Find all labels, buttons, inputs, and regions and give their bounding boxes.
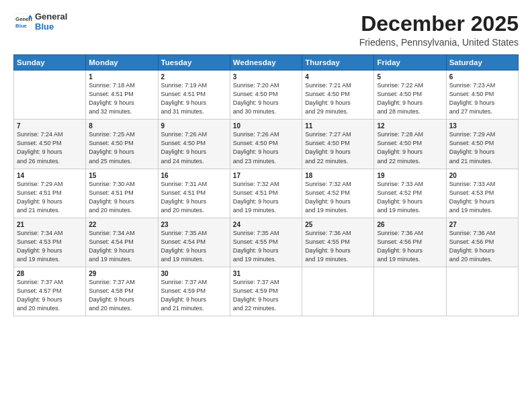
calendar-day-cell: 25Sunrise: 7:36 AMSunset: 4:55 PMDayligh… xyxy=(302,218,374,267)
day-info: Sunrise: 7:35 AMSunset: 4:54 PMDaylight:… xyxy=(161,229,227,264)
day-info: Sunrise: 7:19 AMSunset: 4:51 PMDaylight:… xyxy=(161,81,227,116)
day-number: 13 xyxy=(449,122,515,130)
calendar-day-cell: 10Sunrise: 7:26 AMSunset: 4:50 PMDayligh… xyxy=(230,120,302,169)
calendar-table: SundayMondayTuesdayWednesdayThursdayFrid… xyxy=(13,54,519,316)
day-info: Sunrise: 7:33 AMSunset: 4:52 PMDaylight:… xyxy=(377,180,443,215)
calendar-day-cell: 21Sunrise: 7:34 AMSunset: 4:53 PMDayligh… xyxy=(14,218,86,267)
weekday-header-cell: Tuesday xyxy=(158,55,230,71)
weekday-header-cell: Thursday xyxy=(302,55,374,71)
day-number: 10 xyxy=(233,122,299,130)
calendar-day-cell xyxy=(374,267,446,316)
day-info: Sunrise: 7:36 AMSunset: 4:56 PMDaylight:… xyxy=(449,229,515,264)
calendar-week-row: 7Sunrise: 7:24 AMSunset: 4:50 PMDaylight… xyxy=(14,120,519,169)
calendar-day-cell: 4Sunrise: 7:21 AMSunset: 4:50 PMDaylight… xyxy=(302,71,374,120)
day-number: 8 xyxy=(89,122,154,130)
day-number: 30 xyxy=(161,270,227,277)
calendar-day-cell: 14Sunrise: 7:29 AMSunset: 4:51 PMDayligh… xyxy=(14,169,86,218)
day-number: 16 xyxy=(161,172,227,179)
day-number: 6 xyxy=(449,73,515,81)
calendar-day-cell: 20Sunrise: 7:33 AMSunset: 4:53 PMDayligh… xyxy=(446,169,518,218)
day-info: Sunrise: 7:29 AMSunset: 4:50 PMDaylight:… xyxy=(449,130,515,165)
day-info: Sunrise: 7:29 AMSunset: 4:51 PMDaylight:… xyxy=(17,180,83,215)
calendar-day-cell: 16Sunrise: 7:31 AMSunset: 4:51 PMDayligh… xyxy=(158,169,230,218)
day-number: 26 xyxy=(377,221,443,228)
day-info: Sunrise: 7:26 AMSunset: 4:50 PMDaylight:… xyxy=(161,130,227,165)
weekday-header-cell: Friday xyxy=(374,55,446,71)
title-block: December 2025 Friedens, Pennsylvania, Un… xyxy=(359,12,519,48)
calendar-day-cell xyxy=(446,267,518,316)
day-number: 23 xyxy=(161,221,227,228)
calendar-day-cell: 2Sunrise: 7:19 AMSunset: 4:51 PMDaylight… xyxy=(158,71,230,120)
day-number: 7 xyxy=(17,122,83,130)
calendar-title: December 2025 xyxy=(359,12,519,36)
day-number: 15 xyxy=(89,172,154,179)
calendar-day-cell: 12Sunrise: 7:28 AMSunset: 4:50 PMDayligh… xyxy=(374,120,446,169)
calendar-day-cell: 9Sunrise: 7:26 AMSunset: 4:50 PMDaylight… xyxy=(158,120,230,169)
calendar-day-cell: 19Sunrise: 7:33 AMSunset: 4:52 PMDayligh… xyxy=(374,169,446,218)
calendar-day-cell: 6Sunrise: 7:23 AMSunset: 4:50 PMDaylight… xyxy=(446,71,518,120)
day-info: Sunrise: 7:18 AMSunset: 4:51 PMDaylight:… xyxy=(89,81,154,116)
day-info: Sunrise: 7:35 AMSunset: 4:55 PMDaylight:… xyxy=(233,229,299,264)
calendar-day-cell: 23Sunrise: 7:35 AMSunset: 4:54 PMDayligh… xyxy=(158,218,230,267)
calendar-day-cell xyxy=(302,267,374,316)
calendar-day-cell: 30Sunrise: 7:37 AMSunset: 4:59 PMDayligh… xyxy=(158,267,230,316)
day-number: 31 xyxy=(233,270,299,277)
day-info: Sunrise: 7:37 AMSunset: 4:57 PMDaylight:… xyxy=(17,278,83,313)
calendar-day-cell: 27Sunrise: 7:36 AMSunset: 4:56 PMDayligh… xyxy=(446,218,518,267)
day-info: Sunrise: 7:24 AMSunset: 4:50 PMDaylight:… xyxy=(17,130,83,165)
calendar-subtitle: Friedens, Pennsylvania, United States xyxy=(359,37,519,48)
weekday-header-cell: Saturday xyxy=(446,55,518,71)
day-info: Sunrise: 7:26 AMSunset: 4:50 PMDaylight:… xyxy=(233,130,299,165)
day-info: Sunrise: 7:34 AMSunset: 4:53 PMDaylight:… xyxy=(17,229,83,264)
weekday-header-cell: Wednesday xyxy=(230,55,302,71)
day-info: Sunrise: 7:28 AMSunset: 4:50 PMDaylight:… xyxy=(377,130,443,165)
calendar-week-row: 14Sunrise: 7:29 AMSunset: 4:51 PMDayligh… xyxy=(14,169,519,218)
calendar-day-cell: 15Sunrise: 7:30 AMSunset: 4:51 PMDayligh… xyxy=(86,169,158,218)
day-info: Sunrise: 7:37 AMSunset: 4:59 PMDaylight:… xyxy=(233,278,299,313)
svg-text:Blue: Blue xyxy=(15,23,28,29)
day-number: 2 xyxy=(161,73,227,81)
calendar-week-row: 1Sunrise: 7:18 AMSunset: 4:51 PMDaylight… xyxy=(14,71,519,120)
day-number: 1 xyxy=(89,73,154,81)
calendar-day-cell: 8Sunrise: 7:25 AMSunset: 4:50 PMDaylight… xyxy=(86,120,158,169)
day-number: 19 xyxy=(377,172,443,179)
day-info: Sunrise: 7:22 AMSunset: 4:50 PMDaylight:… xyxy=(377,81,443,116)
day-info: Sunrise: 7:21 AMSunset: 4:50 PMDaylight:… xyxy=(305,81,371,116)
day-info: Sunrise: 7:36 AMSunset: 4:56 PMDaylight:… xyxy=(377,229,443,264)
day-number: 22 xyxy=(89,221,154,228)
calendar-day-cell: 18Sunrise: 7:32 AMSunset: 4:52 PMDayligh… xyxy=(302,169,374,218)
calendar-day-cell: 7Sunrise: 7:24 AMSunset: 4:50 PMDaylight… xyxy=(14,120,86,169)
day-number: 20 xyxy=(449,172,515,179)
day-number: 24 xyxy=(233,221,299,228)
logo-icon: General Blue xyxy=(13,13,32,32)
day-number: 18 xyxy=(305,172,371,179)
calendar-day-cell: 17Sunrise: 7:32 AMSunset: 4:51 PMDayligh… xyxy=(230,169,302,218)
calendar-day-cell: 24Sunrise: 7:35 AMSunset: 4:55 PMDayligh… xyxy=(230,218,302,267)
calendar-day-cell: 29Sunrise: 7:37 AMSunset: 4:58 PMDayligh… xyxy=(86,267,158,316)
calendar-day-cell xyxy=(14,71,86,120)
day-number: 17 xyxy=(233,172,299,179)
day-info: Sunrise: 7:27 AMSunset: 4:50 PMDaylight:… xyxy=(305,130,371,165)
day-info: Sunrise: 7:31 AMSunset: 4:51 PMDaylight:… xyxy=(161,180,227,215)
weekday-header-cell: Monday xyxy=(86,55,158,71)
calendar-day-cell: 28Sunrise: 7:37 AMSunset: 4:57 PMDayligh… xyxy=(14,267,86,316)
day-number: 14 xyxy=(17,172,83,179)
day-number: 27 xyxy=(449,221,515,228)
calendar-header: SundayMondayTuesdayWednesdayThursdayFrid… xyxy=(14,55,519,71)
logo: General Blue General Blue xyxy=(13,12,67,32)
calendar-day-cell: 1Sunrise: 7:18 AMSunset: 4:51 PMDaylight… xyxy=(86,71,158,120)
calendar-week-row: 28Sunrise: 7:37 AMSunset: 4:57 PMDayligh… xyxy=(14,267,519,316)
day-info: Sunrise: 7:20 AMSunset: 4:50 PMDaylight:… xyxy=(233,81,299,116)
logo-text: General Blue xyxy=(35,12,67,32)
day-number: 28 xyxy=(17,270,83,277)
day-info: Sunrise: 7:34 AMSunset: 4:54 PMDaylight:… xyxy=(89,229,154,264)
day-info: Sunrise: 7:25 AMSunset: 4:50 PMDaylight:… xyxy=(89,130,154,165)
weekday-header-cell: Sunday xyxy=(14,55,86,71)
day-number: 9 xyxy=(161,122,227,130)
header: General Blue General Blue December 2025 … xyxy=(13,12,519,48)
calendar-body: 1Sunrise: 7:18 AMSunset: 4:51 PMDaylight… xyxy=(14,71,519,316)
day-info: Sunrise: 7:37 AMSunset: 4:58 PMDaylight:… xyxy=(89,278,154,313)
weekday-header-row: SundayMondayTuesdayWednesdayThursdayFrid… xyxy=(14,55,519,71)
calendar-day-cell: 5Sunrise: 7:22 AMSunset: 4:50 PMDaylight… xyxy=(374,71,446,120)
calendar-day-cell: 11Sunrise: 7:27 AMSunset: 4:50 PMDayligh… xyxy=(302,120,374,169)
